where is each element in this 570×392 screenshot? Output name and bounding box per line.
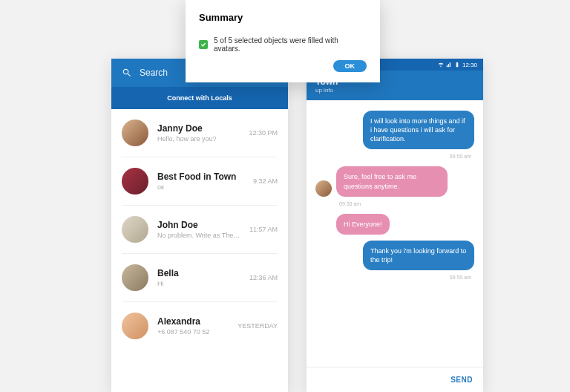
chat-conversation-screen: 12:30 Town up info I will look into more… [307, 59, 483, 392]
check-icon [199, 40, 208, 49]
dialog-title: Summary [199, 12, 367, 23]
battery-icon [454, 62, 460, 68]
message-row: Sure, feel free to ask me questions anyt… [315, 166, 474, 196]
chat-name: Alexandra [157, 316, 229, 327]
message-bubble[interactable]: I will look into more things and if i ha… [363, 111, 474, 149]
dialog-message: 5 of 5 selected objects were filled with… [214, 36, 367, 53]
chat-time: 12:36 AM [249, 274, 278, 281]
message-time: 09.50 am [315, 275, 471, 280]
signal-icon [446, 62, 452, 68]
chat-header-sub: up info [315, 87, 338, 94]
chat-list-screen: Connect with Locals Janny Doe Hello, how… [111, 59, 288, 392]
search-icon [122, 68, 132, 78]
chat-preview: Hi [157, 280, 240, 287]
connect-banner[interactable]: Connect with Locals [111, 87, 288, 109]
chat-time: YESTERDAY [238, 322, 278, 330]
chat-name: John Doe [157, 220, 240, 230]
chat-preview: Hello, how are you? [157, 135, 240, 143]
chat-preview: ок [157, 183, 244, 191]
chat-name: Bella [157, 268, 240, 278]
message-row: I will look into more things and if i ha… [315, 111, 474, 149]
message-bubble[interactable]: Sure, feel free to ask me questions anyt… [336, 166, 448, 196]
message-row: Thank you i'm looking forward to the tri… [315, 241, 474, 270]
chat-list: Janny Doe Hello, how are you? 12:30 PM B… [111, 109, 288, 350]
chat-name: Janny Doe [157, 123, 240, 134]
chat-time: 9:32 AM [253, 177, 278, 185]
chat-time: 12:30 PM [249, 129, 278, 137]
chat-preview: No problem. Write as There will be time [157, 232, 240, 239]
chat-time: 11:57 AM [249, 226, 278, 233]
avatar [315, 180, 332, 197]
chat-item-body: Best Food in Town ок [157, 172, 244, 191]
chat-list-item[interactable]: Janny Doe Hello, how are you? 12:30 PM [122, 109, 278, 157]
chat-name: Best Food in Town [157, 172, 244, 182]
ok-button[interactable]: OK [333, 60, 367, 72]
dialog-message-row: 5 of 5 selected objects were filled with… [199, 36, 367, 53]
chat-item-body: Janny Doe Hello, how are you? [157, 123, 240, 143]
message-bubble[interactable]: Hi Everyone! [336, 214, 390, 235]
chat-item-body: Bella Hi [157, 268, 240, 287]
chat-list-item[interactable]: Best Food in Town ок 9:32 AM [122, 157, 278, 206]
avatar [122, 120, 148, 146]
message-time: 09.50 am [339, 201, 471, 206]
wifi-icon [438, 62, 444, 68]
avatar [122, 313, 148, 339]
send-bar: SEND [307, 367, 483, 392]
send-button[interactable]: SEND [451, 376, 473, 384]
message-time: 09.50 am [315, 154, 471, 159]
chat-list-item[interactable]: Alexandra +6 087 540 70 52 YESTERDAY [122, 302, 278, 350]
message-list: I will look into more things and if i ha… [307, 100, 483, 280]
chat-item-body: Alexandra +6 087 540 70 52 [157, 316, 229, 336]
chat-item-body: John Doe No problem. Write as There will… [157, 220, 240, 239]
chat-list-item[interactable]: Bella Hi 12:36 AM [122, 254, 278, 302]
status-time: 12:30 [462, 62, 477, 68]
avatar [122, 264, 148, 291]
avatar [122, 168, 148, 195]
summary-dialog: Summary 5 of 5 selected objects were fil… [186, 0, 380, 82]
avatar [122, 216, 148, 243]
message-row: Hi Everyone! [315, 214, 474, 235]
message-bubble[interactable]: Thank you i'm looking forward to the tri… [363, 241, 474, 270]
chat-preview: +6 087 540 70 52 [157, 328, 229, 336]
chat-list-item[interactable]: John Doe No problem. Write as There will… [122, 206, 278, 254]
